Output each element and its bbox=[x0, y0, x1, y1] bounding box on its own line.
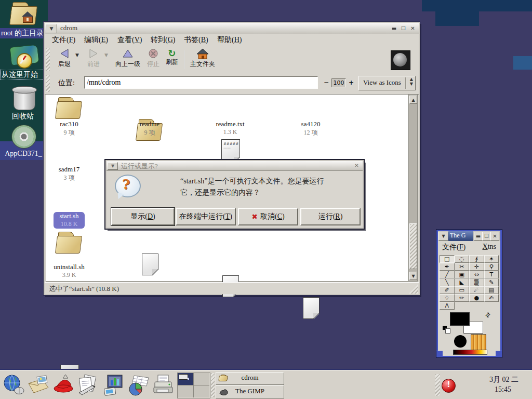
tool-rect-select[interactable]: □ bbox=[440, 255, 455, 263]
file-icon-rac310[interactable] bbox=[56, 97, 82, 119]
task-button-cdrom[interactable]: cdrom bbox=[216, 372, 284, 385]
scroll-up-icon[interactable]: ▲ bbox=[409, 96, 417, 104]
file-name[interactable]: rac310 bbox=[41, 120, 98, 128]
forward-button[interactable]: 前进 bbox=[83, 48, 104, 72]
applet-grip[interactable] bbox=[435, 374, 440, 396]
dialog-close-icon[interactable]: ✕ bbox=[353, 162, 361, 169]
up-button[interactable]: 向上一级 bbox=[113, 48, 142, 72]
maximize-icon[interactable]: ☐ bbox=[400, 24, 407, 32]
tool-eraser[interactable]: ▭ bbox=[455, 286, 470, 294]
tool-airbrush[interactable]: ☄ bbox=[469, 286, 484, 294]
file-name[interactable]: uninstall.sh bbox=[41, 263, 98, 271]
tool-free-select[interactable]: ∮ bbox=[469, 255, 484, 263]
dialog-window-menu-icon[interactable]: ▼ bbox=[108, 162, 118, 170]
tool-move[interactable]: ✛ bbox=[469, 263, 484, 271]
gimp-minimize-icon[interactable]: ▬ bbox=[474, 232, 483, 241]
tool-ink[interactable]: ♢ bbox=[440, 294, 455, 302]
menu-go[interactable]: 转到(G) bbox=[151, 35, 175, 45]
dialog-titlebar[interactable]: ▼ 运行或显示? ✕ bbox=[107, 161, 363, 171]
menu-edit[interactable]: 编辑(E) bbox=[84, 35, 108, 45]
tool-pencil[interactable]: ✎ bbox=[484, 278, 499, 286]
tasklist-grip[interactable] bbox=[211, 373, 215, 397]
gimp-menu-file[interactable]: 文件(F) bbox=[442, 243, 466, 252]
gimp-window-menu-icon[interactable]: ▼ bbox=[438, 232, 448, 241]
scroll-down-icon[interactable]: ▼ bbox=[409, 272, 417, 280]
cancel-button[interactable]: ✖ 取消(C) bbox=[238, 208, 298, 225]
tool-blend[interactable]: ▒ bbox=[469, 278, 484, 286]
gimp-maximize-icon[interactable]: ☐ bbox=[482, 232, 491, 241]
file-icon-sadm17[interactable] bbox=[56, 232, 82, 254]
tool-scissors[interactable]: ✂ bbox=[455, 263, 470, 271]
menu-bookmarks[interactable]: 书签(B) bbox=[184, 35, 208, 45]
swap-colors-icon[interactable]: ⇄ bbox=[484, 310, 493, 319]
brush-indicator[interactable] bbox=[454, 335, 467, 348]
tool-dodge-burn[interactable]: ● bbox=[469, 294, 484, 302]
gimp-close-icon[interactable]: ✕ bbox=[490, 232, 499, 241]
launcher-spreadsheet[interactable] bbox=[127, 374, 150, 396]
reset-colors-icon[interactable] bbox=[443, 326, 450, 333]
alert-applet-icon[interactable]: ! bbox=[442, 379, 456, 393]
scrollbar-thumb[interactable] bbox=[409, 223, 417, 269]
tool-smudge[interactable]: ✍ bbox=[484, 294, 499, 302]
view-mode-dropdown[interactable]: View as Icons ▲▼ bbox=[358, 76, 416, 90]
gimp-resize-corner-left[interactable] bbox=[436, 351, 443, 357]
workspace-2[interactable] bbox=[194, 373, 209, 385]
locationbar-grip[interactable] bbox=[46, 75, 50, 92]
launcher-web-browser[interactable] bbox=[2, 374, 25, 396]
tool-bezier-select[interactable]: ✒ bbox=[440, 263, 455, 271]
file-name[interactable]: sa4120 bbox=[282, 120, 339, 128]
tool-fuzzy-select[interactable]: ✶ bbox=[484, 255, 499, 263]
fm-titlebar[interactable]: ▼ cdrom ▬ ☐ ✕ bbox=[45, 23, 419, 34]
zoom-in-button[interactable]: + bbox=[348, 79, 354, 87]
file-name[interactable]: readme.txt bbox=[202, 120, 259, 128]
tool-paintbrush[interactable]: ✐ bbox=[440, 286, 455, 294]
launcher-presentation[interactable] bbox=[102, 374, 125, 396]
menu-view[interactable]: 查看(V) bbox=[117, 35, 142, 45]
gimp-resize-corner-right[interactable] bbox=[496, 351, 502, 357]
toolbar-grip[interactable] bbox=[46, 48, 50, 71]
desktop-icon-trash[interactable]: 回收站 bbox=[0, 86, 48, 121]
vertical-scrollbar[interactable]: ▲ ▼ bbox=[408, 95, 417, 281]
resize-grip[interactable] bbox=[409, 284, 418, 294]
menu-help[interactable]: 帮助(H) bbox=[217, 35, 242, 45]
launcher-main-menu[interactable] bbox=[52, 374, 75, 396]
location-input[interactable] bbox=[84, 76, 318, 89]
forward-dropdown-icon[interactable]: ▼ bbox=[104, 52, 108, 58]
tool-transform[interactable]: ▣ bbox=[455, 271, 470, 278]
home-button[interactable]: 主文件夹 bbox=[188, 48, 217, 72]
selected-file-label[interactable]: start.sh 10.8 K bbox=[54, 212, 85, 229]
tool-clone[interactable]: ▤ bbox=[484, 286, 499, 294]
launcher-word-processor[interactable] bbox=[77, 374, 100, 396]
tool-bucket-fill[interactable]: ◣ bbox=[455, 278, 470, 286]
file-icon-hidden-3[interactable] bbox=[303, 297, 320, 319]
workspace-3[interactable] bbox=[178, 385, 194, 397]
workspace-1-active[interactable] bbox=[178, 373, 194, 385]
tool-text[interactable]: T bbox=[484, 271, 499, 278]
tool-flip[interactable]: ⇔ bbox=[469, 271, 484, 278]
file-icon-hidden-1[interactable] bbox=[142, 254, 158, 275]
desktop-icon-start-here[interactable]: 从这里开始 bbox=[0, 45, 48, 80]
tool-convolve[interactable]: ✏ bbox=[455, 294, 470, 302]
window-menu-icon[interactable]: ▼ bbox=[46, 24, 57, 33]
run-button[interactable]: 运行(R) bbox=[300, 208, 361, 225]
reload-button[interactable]: ↻ 刷新 bbox=[163, 48, 181, 72]
tool-measure[interactable]: Λ bbox=[440, 302, 455, 310]
back-button[interactable]: 后退 bbox=[54, 48, 75, 72]
tool-crop[interactable]: ╱ bbox=[440, 271, 455, 278]
stop-button[interactable]: 停止 bbox=[144, 48, 162, 72]
back-dropdown-icon[interactable]: ▼ bbox=[75, 52, 79, 58]
zoom-out-button[interactable]: − bbox=[323, 79, 329, 87]
file-name[interactable]: readme bbox=[121, 120, 178, 128]
foreground-color-swatch[interactable] bbox=[450, 312, 470, 326]
desktop-icon-home[interactable]: root 的主目录 bbox=[0, 2, 48, 38]
workspace-pager[interactable] bbox=[177, 373, 210, 398]
clock-applet[interactable]: 3月 02 二 15:45 bbox=[467, 375, 525, 395]
task-button-gimp[interactable]: The GIMP bbox=[216, 385, 284, 398]
tool-magnify[interactable]: ⚲ bbox=[484, 263, 499, 271]
gimp-menu-xtns[interactable]: Xtns bbox=[483, 243, 496, 251]
gradient-indicator[interactable] bbox=[453, 350, 487, 355]
tool-color-picker[interactable]: ╲ bbox=[440, 278, 455, 286]
launcher-printer[interactable] bbox=[152, 374, 175, 396]
close-icon[interactable]: ✕ bbox=[409, 24, 417, 32]
display-button[interactable]: 显示(D) bbox=[111, 208, 175, 225]
